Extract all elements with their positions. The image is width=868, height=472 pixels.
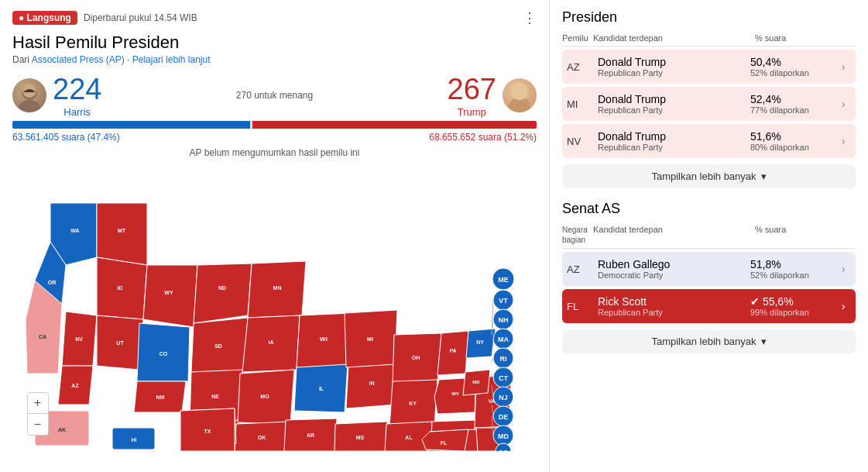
senat-row-az[interactable]: AZ Ruben Gallego Democratic Party 51,8% …	[562, 252, 856, 286]
state-fl[interactable]	[422, 429, 468, 451]
state-ar[interactable]	[284, 419, 337, 451]
state-oh[interactable]	[393, 333, 441, 383]
senat-table-header: Negarabagian Kandidat terdepan % suara	[562, 225, 856, 249]
state-nh-label: NH	[498, 316, 508, 324]
chevron-down-icon2: ▾	[761, 336, 767, 347]
persen-az-dilaporkan: 52% dilaporkan	[750, 68, 835, 78]
center-info: 270 untuk menang	[236, 90, 313, 101]
persen-nv-dilaporkan: 80% dilaporkan	[750, 143, 835, 152]
kandidat-mi-name: Donald Trump	[598, 93, 750, 105]
source-from: Dari	[12, 54, 29, 65]
state-ut[interactable]	[97, 315, 143, 370]
state-nm[interactable]	[134, 381, 186, 412]
svg-point-5	[512, 83, 527, 97]
state-md[interactable]	[463, 370, 490, 395]
candidates-row: 224 Harris 270 untuk menang 267 Trump	[12, 73, 537, 118]
state-id[interactable]	[97, 257, 147, 319]
senat-title: Senat AS	[562, 201, 856, 217]
learn-more-link[interactable]: Pelajari lebih lanjut	[132, 54, 211, 65]
state-ok[interactable]	[235, 422, 289, 451]
state-pa[interactable]	[437, 331, 468, 375]
state-wy[interactable]	[143, 265, 197, 327]
ap-link[interactable]: Associated Press (AP)	[32, 54, 125, 65]
svg-point-1	[19, 100, 40, 112]
more-options-icon[interactable]: ⋮	[523, 9, 537, 26]
state-ma-label: MA	[498, 336, 509, 343]
persen-nv-value: 51,6%	[750, 130, 835, 143]
kandidat-nv-name: Donald Trump	[598, 130, 750, 143]
kandidat-senat-az-party: Democratic Party	[598, 270, 750, 280]
trump-candidate: 267 Trump	[448, 73, 537, 118]
state-ky[interactable]	[389, 380, 437, 428]
chevron-down-icon: ▾	[761, 171, 767, 182]
state-mo[interactable]	[238, 370, 294, 424]
kandidat-mi-info: Donald Trump Republican Party	[598, 93, 750, 115]
state-hi[interactable]	[112, 428, 155, 450]
header-negara: Negarabagian	[562, 225, 593, 245]
header-kandidat: Kandidat terdepan	[593, 33, 755, 43]
senat-show-more-button[interactable]: Tampilkan lebih banyak ▾	[562, 329, 856, 353]
persen-mi: 52,4% 77% dilaporkan	[750, 93, 835, 115]
state-mi[interactable]	[345, 310, 397, 367]
us-map: WA OR CA MT ID NV AZ UT WY	[19, 164, 530, 451]
senat-section: Senat AS Negarabagian Kandidat terdepan …	[562, 201, 856, 353]
state-il[interactable]	[294, 364, 348, 412]
arrow-az: ›	[835, 60, 851, 73]
state-co[interactable]	[137, 323, 190, 381]
zoom-in-button[interactable]: +	[27, 392, 49, 414]
live-bar: ● Langsung Diperbarui pukul 14.54 WIB ⋮	[12, 9, 537, 26]
persen-az-value: 50,4%	[750, 56, 835, 68]
presiden-show-more-button[interactable]: Tampilkan lebih banyak ▾	[562, 164, 856, 188]
zoom-out-button[interactable]: −	[27, 414, 49, 436]
state-vt-label: VT	[499, 297, 508, 305]
presiden-show-more-label: Tampilkan lebih banyak	[651, 171, 756, 182]
state-nd[interactable]	[194, 264, 252, 323]
presiden-row-az[interactable]: AZ Donald Trump Republican Party 50,4% 5…	[562, 50, 856, 84]
trump-total-votes: 68.655.652 suara (51.2%)	[429, 132, 537, 143]
state-mn[interactable]	[248, 261, 306, 318]
state-ny[interactable]	[466, 329, 496, 358]
state-wi[interactable]	[297, 313, 352, 367]
persen-mi-value: 52,4%	[750, 93, 835, 105]
harris-total-votes: 63.561.405 suara (47.4%)	[12, 132, 120, 143]
state-me-label: ME	[498, 276, 509, 284]
source-line: Dari Associated Press (AP) · Pelajari le…	[12, 54, 537, 65]
state-nv-code: NV	[567, 136, 598, 147]
state-mt[interactable]	[97, 203, 147, 265]
state-az[interactable]	[58, 366, 93, 405]
state-tx[interactable]	[180, 408, 235, 451]
kandidat-senat-az-info: Ruben Gallego Democratic Party	[598, 258, 750, 280]
map-container: WA OR CA MT ID NV AZ UT WY	[19, 164, 530, 451]
persen-senat-fl-value: ✔ 55,6%	[750, 295, 835, 308]
live-badge: ● Langsung	[12, 11, 77, 25]
trump-name: Trump	[448, 106, 496, 118]
senat-show-more-label: Tampilkan lebih banyak	[651, 336, 756, 347]
senat-state-fl-code: FL	[567, 301, 598, 312]
kandidat-senat-fl-info: Rick Scott Republican Party	[598, 295, 750, 317]
right-panel: Presiden Pemilu Kandidat terdepan % suar…	[550, 0, 868, 472]
header-persen2: % suara	[755, 225, 840, 245]
state-nj-label: NJ	[499, 394, 508, 401]
persen-nv: 51,6% 80% dilaporkan	[750, 130, 835, 152]
persen-senat-fl: ✔ 55,6% 99% dilaporkan	[750, 295, 835, 317]
arrow-senat-fl: ›	[835, 300, 851, 312]
arrow-mi: ›	[835, 98, 851, 110]
state-sd[interactable]	[191, 318, 248, 374]
harris-votes: 224	[53, 73, 101, 106]
harris-name: Harris	[53, 106, 101, 118]
presiden-row-mi[interactable]: MI Donald Trump Republican Party 52,4% 7…	[562, 87, 856, 121]
state-ms[interactable]	[335, 422, 387, 451]
senat-row-fl[interactable]: FL Rick Scott Republican Party ✔ 55,6% 9…	[562, 289, 856, 323]
kandidat-nv-info: Donald Trump Republican Party	[598, 130, 750, 152]
svg-line-9	[492, 358, 493, 362]
harris-avatar	[12, 78, 46, 112]
kandidat-mi-party: Republican Party	[598, 105, 750, 115]
header-persen: % suara	[755, 33, 840, 43]
updated-text: Diperbarui pukul 14.54 WIB	[84, 12, 197, 23]
state-nv[interactable]	[62, 312, 97, 366]
state-de-label: DE	[498, 413, 508, 421]
state-ia[interactable]	[242, 315, 300, 372]
persen-senat-az-dilaporkan: 52% dilaporkan	[750, 270, 835, 280]
presiden-row-nv[interactable]: NV Donald Trump Republican Party 51,6% 8…	[562, 124, 856, 158]
kandidat-senat-fl-name: Rick Scott	[598, 295, 750, 308]
